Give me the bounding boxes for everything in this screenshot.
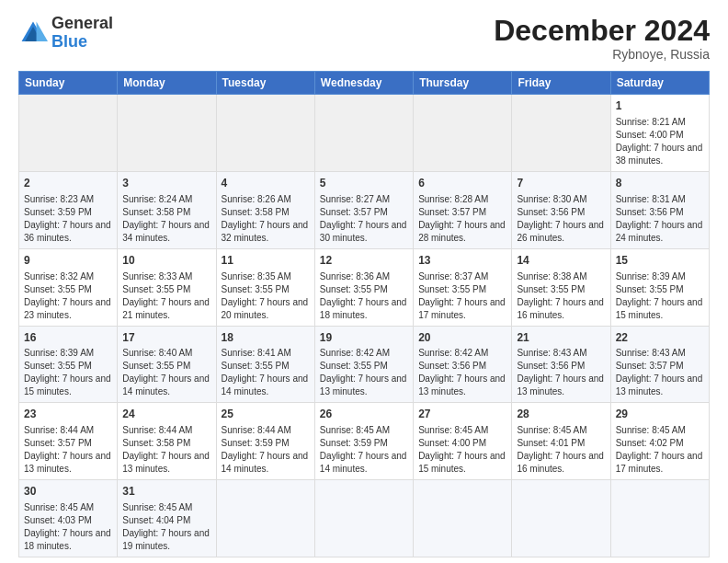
sunrise: Sunrise: 8:39 AM [24,348,94,358]
calendar-cell: 14Sunrise: 8:38 AMSunset: 3:55 PMDayligh… [512,248,610,326]
calendar-cell [414,95,512,172]
sunrise: Sunrise: 8:33 AM [122,271,192,282]
sunrise: Sunrise: 8:32 AM [24,271,94,282]
sunrise: Sunrise: 8:23 AM [24,194,94,204]
day-number: 9 [24,253,112,269]
calendar-cell: 31Sunrise: 8:45 AMSunset: 4:04 PMDayligh… [118,480,216,557]
sunset: Sunset: 3:57 PM [616,361,684,371]
calendar-cell [512,95,610,172]
sunset: Sunset: 3:56 PM [517,207,585,217]
day-number: 19 [320,330,408,346]
calendar-cell: 9Sunrise: 8:32 AMSunset: 3:55 PMDaylight… [19,248,118,326]
weekday-header: Friday [512,72,610,95]
day-number: 4 [222,176,310,191]
sunrise: Sunrise: 8:27 AM [320,194,390,204]
calendar-cell [512,480,610,557]
calendar-cell [314,95,413,172]
day-number: 17 [122,330,210,346]
calendar-cell: 4Sunrise: 8:26 AMSunset: 3:58 PMDaylight… [216,171,314,248]
calendar-cell: 21Sunrise: 8:43 AMSunset: 3:56 PMDayligh… [512,326,610,403]
calendar-cell: 26Sunrise: 8:45 AMSunset: 3:59 PMDayligh… [314,403,413,480]
sunrise: Sunrise: 8:44 AM [24,425,94,435]
calendar-cell [610,480,709,557]
sunrise: Sunrise: 8:43 AM [517,348,586,358]
calendar-cell: 5Sunrise: 8:27 AMSunset: 3:57 PMDaylight… [314,171,413,248]
day-number: 6 [418,176,506,191]
day-number: 26 [320,407,408,422]
calendar-cell: 8Sunrise: 8:31 AMSunset: 3:56 PMDaylight… [610,171,709,248]
calendar-cell [19,95,118,172]
sunrise: Sunrise: 8:28 AM [418,194,488,204]
daylight: Daylight: 7 hours and 13 minutes. [616,373,703,396]
calendar-cell: 17Sunrise: 8:40 AMSunset: 3:55 PMDayligh… [118,326,216,403]
calendar-cell: 13Sunrise: 8:37 AMSunset: 3:55 PMDayligh… [414,248,512,326]
day-number: 15 [616,253,704,269]
sunrise: Sunrise: 8:35 AM [222,271,291,282]
sunrise: Sunrise: 8:30 AM [517,194,586,204]
calendar-cell: 22Sunrise: 8:43 AMSunset: 3:57 PMDayligh… [610,326,709,403]
daylight: Daylight: 7 hours and 26 minutes. [517,220,604,243]
day-number: 3 [122,176,210,191]
calendar-cell: 7Sunrise: 8:30 AMSunset: 3:56 PMDaylight… [512,171,610,248]
sunrise: Sunrise: 8:45 AM [418,425,488,435]
calendar-cell [216,480,314,557]
daylight: Daylight: 7 hours and 13 minutes. [320,373,407,396]
day-number: 13 [418,253,506,269]
day-number: 11 [222,253,310,269]
daylight: Daylight: 7 hours and 21 minutes. [122,297,210,320]
sunrise: Sunrise: 8:44 AM [222,425,291,435]
daylight: Daylight: 7 hours and 16 minutes. [517,297,604,320]
calendar-table: SundayMondayTuesdayWednesdayThursdayFrid… [18,71,710,557]
calendar-cell: 1Sunrise: 8:21 AMSunset: 4:00 PMDaylight… [610,95,709,172]
calendar-cell [216,95,314,172]
sunset: Sunset: 4:00 PM [418,438,486,448]
daylight: Daylight: 7 hours and 18 minutes. [24,528,111,551]
day-number: 8 [616,176,704,191]
logo-icon [18,18,48,48]
calendar-cell: 15Sunrise: 8:39 AMSunset: 3:55 PMDayligh… [610,248,709,326]
sunrise: Sunrise: 8:31 AM [616,194,686,204]
day-number: 31 [122,484,210,500]
daylight: Daylight: 7 hours and 17 minutes. [616,451,703,474]
day-number: 5 [320,176,408,191]
day-number: 30 [24,484,112,500]
calendar-cell: 18Sunrise: 8:41 AMSunset: 3:55 PMDayligh… [216,326,314,403]
daylight: Daylight: 7 hours and 15 minutes. [616,297,703,320]
daylight: Daylight: 7 hours and 30 minutes. [320,220,407,243]
logo-general: General [51,14,113,32]
weekday-header: Sunday [19,72,118,95]
sunset: Sunset: 3:57 PM [320,207,388,217]
daylight: Daylight: 7 hours and 24 minutes. [616,220,703,243]
calendar-subtitle: Rybnoye, Russia [494,47,710,62]
day-number: 25 [222,407,310,422]
sunrise: Sunrise: 8:39 AM [616,271,686,282]
sunset: Sunset: 3:59 PM [24,207,92,217]
calendar-cell: 10Sunrise: 8:33 AMSunset: 3:55 PMDayligh… [118,248,216,326]
sunrise: Sunrise: 8:44 AM [122,425,192,435]
sunset: Sunset: 3:58 PM [222,207,290,217]
sunset: Sunset: 3:55 PM [122,361,190,371]
svg-marker-2 [37,21,48,40]
weekday-header: Monday [118,72,216,95]
calendar-cell: 27Sunrise: 8:45 AMSunset: 4:00 PMDayligh… [414,403,512,480]
day-number: 24 [122,407,210,422]
logo-text: General Blue [51,15,113,52]
title-block: December 2024 Rybnoye, Russia [494,15,710,62]
daylight: Daylight: 7 hours and 23 minutes. [24,297,111,320]
sunset: Sunset: 3:58 PM [122,438,190,448]
calendar-cell: 29Sunrise: 8:45 AMSunset: 4:02 PMDayligh… [610,403,709,480]
calendar-cell: 20Sunrise: 8:42 AMSunset: 3:56 PMDayligh… [414,326,512,403]
sunrise: Sunrise: 8:43 AM [616,348,686,358]
day-number: 20 [418,330,506,346]
daylight: Daylight: 7 hours and 36 minutes. [24,220,111,243]
day-number: 12 [320,253,408,269]
sunrise: Sunrise: 8:45 AM [616,425,686,435]
daylight: Daylight: 7 hours and 14 minutes. [222,373,309,396]
calendar-cell [414,480,512,557]
logo-blue: Blue [51,32,87,51]
sunrise: Sunrise: 8:36 AM [320,271,390,282]
sunset: Sunset: 3:55 PM [320,284,388,294]
day-number: 22 [616,330,704,346]
calendar-cell: 23Sunrise: 8:44 AMSunset: 3:57 PMDayligh… [19,403,118,480]
sunset: Sunset: 4:02 PM [616,438,684,448]
